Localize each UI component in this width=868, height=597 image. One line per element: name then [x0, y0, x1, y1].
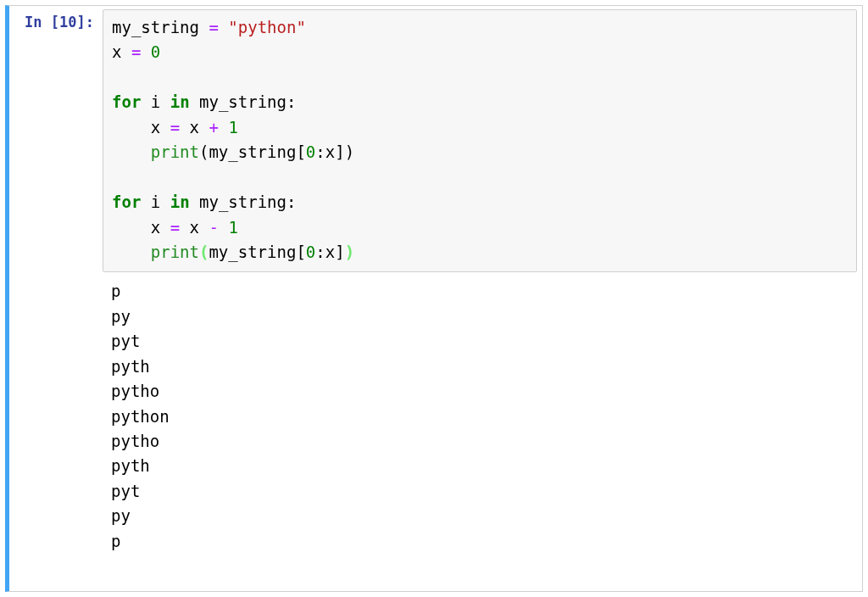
output-line: pyt — [111, 332, 140, 350]
code-token: i — [151, 192, 160, 211]
code-token: [ — [296, 142, 305, 161]
code-token: x — [326, 142, 335, 161]
output-line: py — [111, 307, 131, 326]
output-line: pyth — [111, 456, 150, 475]
code-output: p py pyt pyth pytho python pytho pyth py… — [103, 272, 857, 559]
code-token: x — [190, 218, 199, 237]
code-token: 0 — [306, 243, 315, 261]
code-token: : — [287, 92, 296, 111]
output-line: py — [111, 506, 131, 525]
code-token: - — [209, 218, 218, 237]
code-token: my_string — [199, 192, 287, 211]
output-line: p — [111, 532, 120, 550]
code-token: in — [170, 92, 190, 111]
code-token: x — [112, 42, 121, 61]
code-token: "python" — [228, 18, 306, 36]
output-line: p — [111, 282, 120, 300]
code-token: : — [287, 192, 296, 211]
code-token: x — [190, 118, 199, 137]
prompt-label: In [10]: — [25, 14, 94, 31]
notebook-cell: In [10]: my_string = "python" x = 0 for … — [5, 5, 863, 592]
code-token: ( — [199, 243, 209, 261]
code-token: : — [315, 243, 325, 261]
output-line: pytho — [111, 432, 159, 450]
code-token: print — [151, 243, 199, 261]
code-token: ( — [199, 142, 209, 161]
output-line: pytho — [111, 382, 159, 400]
code-token: = — [170, 118, 180, 137]
code-token: = — [209, 18, 218, 36]
code-token: i — [151, 92, 160, 111]
code-token: x — [151, 218, 160, 237]
code-token: = — [170, 218, 180, 237]
code-token: print — [151, 142, 199, 161]
code-token: 0 — [306, 142, 315, 161]
code-token: 0 — [151, 42, 160, 61]
code-token: ] — [335, 243, 344, 261]
input-prompt: In [10]: — [9, 6, 97, 591]
code-input[interactable]: my_string = "python" x = 0 for i in my_s… — [103, 9, 857, 272]
code-token: ) — [345, 243, 354, 261]
code-token: ) — [345, 142, 354, 161]
code-token: ] — [335, 142, 344, 161]
code-token: : — [315, 142, 325, 161]
code-token: 1 — [228, 118, 237, 137]
code-token: my_string — [209, 142, 296, 161]
code-token: = — [131, 42, 141, 61]
code-token: x — [326, 243, 335, 261]
code-token: + — [209, 118, 218, 137]
code-token: for — [112, 192, 141, 211]
output-line: pyt — [111, 482, 140, 500]
code-token: my_string — [209, 243, 296, 261]
code-token: x — [151, 118, 160, 137]
code-token: [ — [296, 243, 305, 261]
code-token: my_string — [112, 18, 199, 36]
output-line: python — [111, 407, 170, 426]
code-token: for — [112, 92, 141, 111]
cell-body: my_string = "python" x = 0 for i in my_s… — [97, 6, 862, 591]
code-token: in — [170, 192, 190, 211]
output-line: pyth — [111, 357, 150, 376]
code-token: 1 — [228, 218, 237, 237]
code-token: my_string — [199, 92, 287, 111]
